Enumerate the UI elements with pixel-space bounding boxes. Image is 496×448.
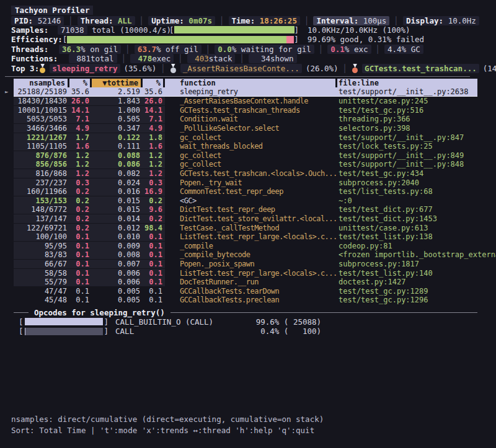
cell-file-line: test/support/__init__.py:848 <box>337 160 477 169</box>
cell-pct: 0.1 <box>69 260 92 268</box>
col-header-pct[interactable]: % <box>69 79 90 87</box>
cell-function: DocTestRunner.__run <box>165 278 337 286</box>
table-row[interactable]: 66/670.10.0070.1Popen._posix_spawnsubpro… <box>14 260 477 269</box>
cell-nsamples: 3466/3466 <box>14 124 69 133</box>
gold-medal-icon <box>39 64 46 73</box>
cell-file-line: codeop.py:81 <box>337 242 477 250</box>
table-row[interactable]: 45/480.10.0050.1GCCallbackTests.preclean… <box>14 296 477 305</box>
cell-cumpct: 0.2 <box>143 214 165 223</box>
cell-function: DictTest.test_store_evilattr.<local... <box>165 214 337 223</box>
table-row[interactable]: 83/830.10.0080.1_compile_bytecode<frozen… <box>14 250 477 260</box>
threads-on-gil: 36.3% on gil <box>59 45 121 54</box>
separator: │ <box>178 54 183 63</box>
cell-nsamples: 856/856 <box>14 160 69 169</box>
threads-exc: 0.1% exc <box>327 45 371 54</box>
table-row[interactable]: 1221/12671.70.1221.8gc_collecttest/suppo… <box>14 133 477 142</box>
functions-exec: 478 exec <box>130 54 174 63</box>
col-header-nsamples[interactable]: nsamples <box>14 79 68 87</box>
table-row[interactable]: 148/67720.20.0159.6DictTest.test_repr_de… <box>14 205 477 214</box>
samples-total: 71038 total (10000.4/s) <box>58 25 169 35</box>
cell-function: CommonTest.test_repr_deep <box>165 187 337 196</box>
bar-open-bracket: [ <box>63 35 68 44</box>
table-row[interactable]: 10001/1001514.11.00014.1GCTests.test_tra… <box>14 106 477 115</box>
cell-nsamples: 58/58 <box>14 269 69 278</box>
functions-label: Functions: <box>11 54 69 63</box>
opcode-bar <box>25 318 103 325</box>
silver-medal-icon <box>170 64 177 73</box>
opcode-row: []CALL 0.4% ( 100) <box>14 327 477 336</box>
separator: │ <box>68 16 73 25</box>
col-header-file-line[interactable]: file:line <box>337 79 477 87</box>
cell-nsamples: 816/868 <box>14 169 69 178</box>
cell-pct: 1.7 <box>69 133 92 142</box>
cell-file-line: unittest/case.py:613 <box>337 224 477 232</box>
keybinding-hints: Sort: Total Time | 't':mode 'x':trends ↔… <box>11 424 324 436</box>
cell-nsamples: 10001/10015 <box>14 106 69 115</box>
cell-nsamples: 83/83 <box>14 250 69 259</box>
table-row[interactable]: 18430/1843026.01.84326.0_AssertRaisesBas… <box>14 97 477 106</box>
opcodes-header: Opcodes for sleeping_retry() <box>14 308 477 317</box>
cell-tottime: 0.082 <box>92 169 143 178</box>
table-row[interactable]: ►25188/2518935.62.51935.6sleeping_retryt… <box>14 87 477 97</box>
cell-file-line: test/list_tests.py:68 <box>337 187 477 196</box>
efficiency-bar <box>67 36 294 43</box>
table-row[interactable]: 876/8761.20.0881.2gc_collecttest/support… <box>14 151 477 160</box>
cell-pct: 0.2 <box>69 205 92 214</box>
table-row[interactable]: 122/697210.20.01298.4TestCase._callTestM… <box>14 223 477 232</box>
table-header: nsamples % ▼tottime % function file:line <box>14 79 477 88</box>
cell-pct: 0.3 <box>69 178 92 187</box>
cell-function: Condition.wait <box>165 115 337 123</box>
table-row[interactable]: 55/790.10.0060.1DocTestRunner.__rundocte… <box>14 278 477 287</box>
cell-cumpct: 98.4 <box>143 224 165 232</box>
cell-function: gc_collect <box>165 151 337 160</box>
table-row[interactable]: 100/1000.10.0100.1ListTest.test_repr_lar… <box>14 232 477 242</box>
separator: │ <box>239 54 244 63</box>
table-row[interactable]: 47/470.10.0050.1GCCallbackTests.tearDown… <box>14 286 477 296</box>
table-row[interactable]: 3466/34664.90.3474.9_PollLikeSelector.se… <box>14 124 477 133</box>
cell-cumpct: 4.9 <box>143 124 165 133</box>
table-row[interactable]: 816/8681.20.0821.2GCTests.test_trashcan.… <box>14 169 477 178</box>
cell-nsamples: 45/48 <box>14 296 69 304</box>
threads-row: Threads: 36.3% on gil │ 63.7% off gil │ … <box>11 45 477 54</box>
cell-function: wait_threads_blocked <box>165 142 337 151</box>
table-row[interactable]: 160/119660.20.01616.9CommonTest.test_rep… <box>14 187 477 196</box>
table-row[interactable]: 5053/50537.10.5057.1Condition.waitthread… <box>14 115 477 124</box>
table-row[interactable]: 1105/11051.60.1111.6wait_threads_blocked… <box>14 142 477 151</box>
table-row[interactable]: 856/8561.20.0861.2gc_collecttest/support… <box>14 160 477 169</box>
col-header-function[interactable]: function <box>165 79 335 87</box>
cell-nsamples: 137/147 <box>14 214 69 223</box>
cell-tottime: 0.014 <box>92 214 143 223</box>
separator: │ <box>304 16 309 25</box>
cell-nsamples: 25188/25189 <box>14 87 69 96</box>
cell-pct: 0.2 <box>69 196 92 205</box>
cell-tottime: 0.009 <box>92 242 143 250</box>
cell-tottime: 0.015 <box>92 205 143 214</box>
cell-pct: 7.1 <box>69 115 92 123</box>
efficiency-bar-failed <box>286 36 294 43</box>
function-table-body: ►25188/2518935.62.51935.6sleeping_retryt… <box>14 87 477 304</box>
status-time: Time: 18:26:25 <box>229 16 300 25</box>
cell-pct: 1.2 <box>69 169 92 178</box>
function-table: nsamples % ▼tottime % function file:line… <box>14 79 477 305</box>
threads-off-gil: 63.7% off gil <box>135 45 202 54</box>
col-header-cumpct[interactable]: % <box>143 79 163 87</box>
cell-function: _AssertRaisesBaseContext.handle <box>165 97 337 105</box>
cell-file-line: test/test_list.py:140 <box>337 269 477 278</box>
cell-tottime: 0.007 <box>92 260 143 268</box>
separator: │ <box>376 45 381 54</box>
table-row[interactable]: 153/1530.20.0150.2<GC>~:0 <box>14 196 477 205</box>
table-row[interactable]: 58/580.10.0060.1ListTest.test_repr_large… <box>14 268 477 278</box>
col-header-tottime-sorted[interactable]: ▼tottime <box>92 79 141 87</box>
table-row[interactable]: 237/2370.30.0240.3Popen._try_waitsubproc… <box>14 178 477 187</box>
opcode-row: []CALL_BUILTIN_O (CALL)99.6% ( 25088) <box>14 317 477 327</box>
cell-pct: 0.1 <box>69 232 92 241</box>
cell-nsamples: 876/876 <box>14 151 69 160</box>
cell-function: <GC> <box>165 196 337 205</box>
divider-line <box>14 312 29 313</box>
table-row[interactable]: 95/950.10.0090.1_compilecodeop.py:81 <box>14 241 477 250</box>
cell-function: gc_collect <box>165 160 337 169</box>
cell-nsamples: 160/11966 <box>14 187 69 196</box>
table-row[interactable]: 137/1470.20.0140.2DictTest.test_store_ev… <box>14 214 477 224</box>
cell-tottime: 1.000 <box>92 106 143 115</box>
separator: │ <box>161 64 166 73</box>
